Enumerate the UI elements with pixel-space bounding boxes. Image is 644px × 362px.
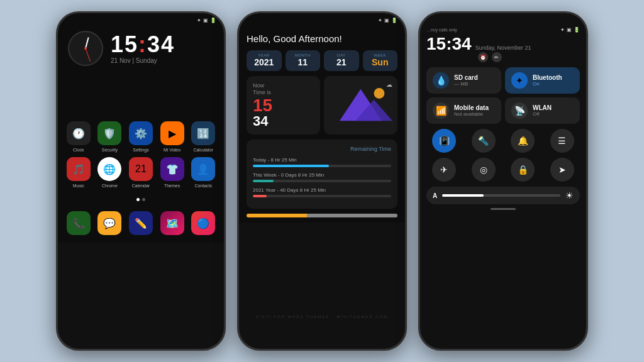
brightness-icon: ☀ — [565, 190, 574, 200]
year-progress-fill — [253, 195, 267, 197]
dock-icon-browser: 🔵 — [191, 211, 215, 235]
app-label-mivideo: Mi Video — [164, 148, 180, 152]
analog-clock — [68, 31, 103, 66]
day-value: 21 — [327, 57, 356, 68]
mobiledata-status: Not available — [454, 111, 489, 117]
alarm-icon[interactable]: ⏰ — [478, 52, 488, 62]
tile-mobiledata[interactable]: 📶 Mobile data Not available — [426, 97, 501, 124]
dock-notes[interactable]: ✏️ — [128, 211, 154, 235]
month-value: 11 — [289, 57, 318, 68]
dock-phone[interactable]: 📞 — [65, 211, 92, 235]
lock-button[interactable]: 🔒 — [511, 158, 535, 182]
cc-top-bar: …ncy calls only ✦▣🔋 — [426, 27, 580, 33]
week-progress-bar — [253, 180, 391, 182]
flashlight-button[interactable]: 🔦 — [472, 129, 496, 153]
date-card-day: DAY 21 — [324, 50, 359, 71]
brightness-slider[interactable] — [442, 194, 560, 197]
app-icon-chrome: 🌐 — [97, 157, 121, 181]
cc-date-display: Sunday, November 21 — [475, 45, 531, 51]
app-label-music: Music — [73, 184, 84, 188]
status-bar-1: ✦ ▣ 🔋 — [58, 13, 224, 27]
bluetooth-text: Bluetooth On — [533, 74, 562, 87]
app-label-calendar: Calendar — [132, 184, 150, 188]
app-clock[interactable]: 🕐 Clock — [65, 121, 92, 152]
app-icon-calculator: 🔢 — [191, 121, 215, 145]
app-icon-settings: ⚙️ — [129, 121, 153, 145]
tile-bluetooth[interactable]: ✦ Bluetooth On — [505, 67, 580, 94]
brightness-control: A ☀ — [426, 187, 580, 204]
dock-icon-phone: 📞 — [67, 211, 91, 235]
app-music[interactable]: 🎵 Music — [65, 157, 92, 188]
phone-homescreen: ✦ ▣ 🔋 15:34 21 Nov | Sunday — [56, 11, 226, 351]
app-settings[interactable]: ⚙️ Settings — [128, 121, 154, 152]
today-label: Today - 8 Hr 25 Min — [253, 157, 391, 163]
sdcard-name: SD card — [454, 74, 478, 81]
app-calculator[interactable]: 🔢 Calculator — [190, 121, 216, 152]
tracking-header: Remaining Time — [253, 146, 391, 152]
app-label-contacts: Contacts — [194, 184, 212, 188]
hours: 15 — [111, 31, 138, 57]
dot-1 — [136, 198, 140, 201]
app-security[interactable]: 🛡️ Security — [97, 121, 123, 152]
location-button[interactable]: ➤ — [550, 158, 574, 182]
dock-icon-messages: 💬 — [97, 211, 121, 235]
app-label-settings: Settings — [133, 148, 148, 152]
app-calendar[interactable]: 21 Calendar — [128, 157, 154, 188]
app-mivideo[interactable]: ▶ Mi Video — [159, 121, 186, 152]
app-themes[interactable]: 👕 Themes — [159, 157, 186, 188]
control-buttons-row1: 📳 🔦 🔔 ☰ — [426, 129, 580, 153]
dock-maps[interactable]: 🗺️ — [159, 211, 186, 235]
dock: 📞 💬 ✏️ 🗺️ 🔵 — [58, 206, 224, 243]
cc-action-icons: ⏰ ✏ — [478, 52, 531, 62]
bottom-color-bar — [247, 214, 397, 217]
edit-icon[interactable]: ✏ — [492, 52, 502, 62]
vibrate-button[interactable]: 📳 — [432, 129, 456, 153]
time-widget: NowTime is 15 34 — [247, 76, 320, 134]
app-icon-calendar: 21 — [129, 157, 153, 181]
quick-tiles: 💧 SD card — MB ✦ Bluetooth On — [426, 67, 580, 124]
svg-point-2 — [374, 89, 385, 99]
remaining-label: Remaining Time — [350, 146, 391, 152]
dock-messages[interactable]: 💬 — [97, 211, 123, 235]
wifi-icon: 📡 — [511, 102, 528, 119]
bluetooth-name: Bluetooth — [533, 74, 562, 81]
tile-wlan[interactable]: 📡 WLAN Off — [505, 97, 580, 124]
weather-widget: ☁ — [324, 76, 397, 134]
phone-widgets: ✦ ▣ 🔋 Hello, Good Afternoon! YEAR 2021 — [237, 11, 407, 351]
app-icon-mivideo: ▶ — [160, 121, 184, 145]
cc-time-row: 15:34 Sunday, November 21 ⏰ ✏ — [426, 34, 580, 62]
sdcard-icon: 💧 — [433, 72, 449, 89]
page-dots — [58, 198, 224, 201]
dock-icon-maps: 🗺️ — [160, 211, 184, 235]
app-chrome[interactable]: 🌐 Chrome — [97, 157, 123, 188]
airplane-button[interactable]: ✈ — [432, 158, 456, 182]
dock-browser[interactable]: 🔵 — [190, 211, 216, 235]
urgent-calls-text: …ncy calls only — [426, 28, 457, 32]
today-progress-bar — [253, 165, 391, 167]
control-buttons-row2: ✈ ◎ 🔒 ➤ — [426, 158, 580, 182]
wlan-name: WLAN — [533, 104, 552, 111]
sdcard-status: — MB — [454, 81, 478, 87]
cast-button[interactable]: ☰ — [550, 129, 574, 153]
date-card-month: MONTH 11 — [286, 50, 321, 71]
bell-button[interactable]: 🔔 — [511, 129, 535, 153]
date-display: 21 Nov | Sunday — [111, 57, 175, 64]
date-cards: YEAR 2021 MONTH 11 DAY 21 WEEK — [247, 50, 397, 71]
tile-sdcard[interactable]: 💧 SD card — MB — [426, 67, 501, 94]
mobiledata-name: Mobile data — [454, 104, 489, 111]
app-icon-clock: 🕐 — [67, 121, 91, 145]
app-icon-contacts: 👤 — [191, 157, 215, 181]
app-label-security: Security — [102, 148, 118, 152]
bluetooth-status: On — [533, 81, 562, 87]
app-label-themes: Themes — [164, 184, 180, 188]
apps-grid-row1: 🕐 Clock 🛡️ Security ⚙️ Settings ▶ Mi Vid… — [58, 71, 224, 193]
phone-control-center: …ncy calls only ✦▣🔋 15:34 Sunday, Novemb… — [418, 11, 588, 351]
year-progress-bar — [253, 195, 391, 197]
now-minutes: 34 — [253, 114, 314, 128]
brightness-auto-button[interactable]: ◎ — [472, 158, 496, 182]
app-contacts[interactable]: 👤 Contacts — [190, 157, 216, 188]
date-card-week: WEEK Sun — [363, 50, 398, 71]
app-label-calculator: Calculator — [193, 148, 213, 152]
wlan-text: WLAN Off — [533, 104, 552, 117]
dock-icon-notes: ✏️ — [129, 211, 153, 235]
